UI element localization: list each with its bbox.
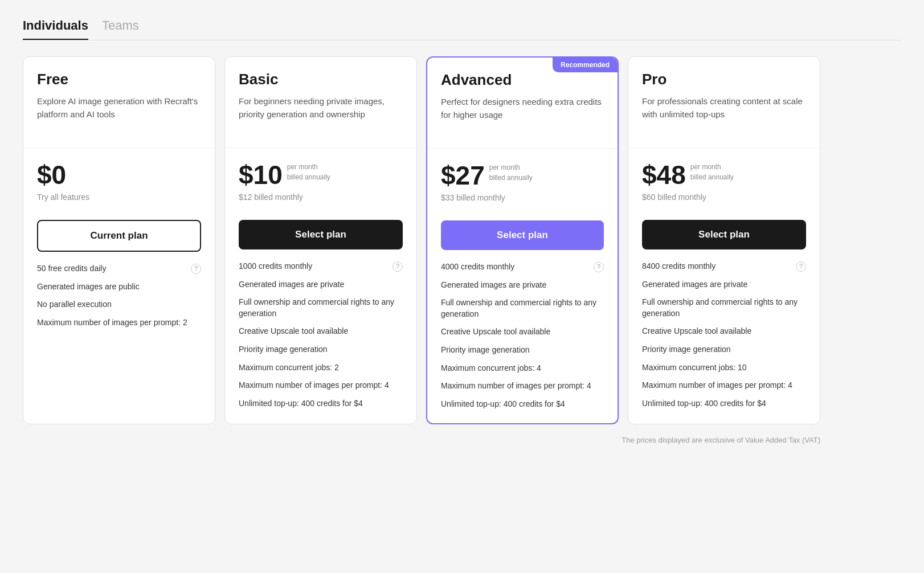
feature-item: Creative Upscale tool available [239,326,403,337]
feature-item: Priority image generation [642,344,806,355]
feature-item: Priority image generation [239,344,403,355]
plan-pricing: $48 per month billed annually $60 billed… [628,148,820,211]
vat-note: The prices displayed are exclusive of Va… [23,436,820,444]
price-meta: per month billed annually [489,162,533,185]
price-row: $10 per month billed annually [239,162,403,188]
feature-item: Priority image generation [441,345,604,356]
plan-header: Basic For beginners needing private imag… [225,57,416,148]
feature-item: Generated images are private [441,280,604,291]
feature-item: Maximum concurrent jobs: 10 [642,362,806,374]
feature-text: Maximum concurrent jobs: 4 [441,363,604,374]
feature-text: Maximum number of images per prompt: 2 [37,317,201,329]
price-meta-line1: per month [287,162,330,172]
help-icon[interactable]: ? [594,262,604,272]
feature-item: Unlimited top-up: 400 credits for $4 [642,398,806,410]
help-icon[interactable]: ? [796,261,806,272]
feature-text: 50 free credits daily [37,263,187,275]
select-plan-button[interactable]: Current plan [37,220,201,252]
feature-text: Full ownership and commercial rights to … [642,297,806,319]
plan-name: Basic [239,71,403,88]
feature-item: 1000 credits monthly ? [239,261,403,272]
feature-text: Priority image generation [642,344,806,355]
feature-text: Creative Upscale tool available [239,326,403,337]
feature-text: Maximum number of images per prompt: 4 [441,380,604,392]
feature-text: Full ownership and commercial rights to … [239,297,403,319]
feature-text: 8400 credits monthly [642,261,792,272]
features-list: 50 free credits daily ? Generated images… [37,263,201,328]
price-row: $27 per month billed annually [441,162,604,189]
tab-teams[interactable]: Teams [102,18,139,40]
feature-item: Generated images are private [239,279,403,290]
feature-item: 8400 credits monthly ? [642,261,806,272]
feature-item: Creative Upscale tool available [642,326,806,337]
feature-text: Maximum number of images per prompt: 4 [239,380,403,391]
plan-card-pro: Pro For professionals creating content a… [628,56,820,424]
monthly-note: Try all features [37,193,201,202]
monthly-note: $12 billed monthly [239,193,403,202]
feature-text: Maximum concurrent jobs: 10 [642,362,806,374]
feature-item: Maximum concurrent jobs: 4 [441,363,604,374]
plan-card-basic: Basic For beginners needing private imag… [224,56,417,424]
plan-header: Free Explore AI image generation with Re… [23,57,215,148]
feature-item: Maximum number of images per prompt: 4 [239,380,403,391]
feature-text: Generated images are public [37,281,201,293]
plan-card-free: Free Explore AI image generation with Re… [23,56,215,424]
select-plan-button[interactable]: Select plan [441,220,604,250]
feature-text: Generated images are private [441,280,604,291]
monthly-note: $33 billed monthly [441,193,604,202]
price-meta: per month billed annually [287,162,330,185]
feature-item: 4000 credits monthly ? [441,261,604,273]
feature-text: Generated images are private [239,279,403,290]
features-list: 1000 credits monthly ? Generated images … [239,261,403,409]
feature-item: Generated images are public [37,281,201,293]
plan-body: Select plan 8400 credits monthly ? Gener… [628,211,820,424]
price-meta-line2: billed annually [489,173,533,183]
feature-item: Generated images are private [642,279,806,290]
tab-individuals[interactable]: Individuals [23,18,88,40]
feature-item: 50 free credits daily ? [37,263,201,275]
feature-item: Full ownership and commercial rights to … [642,297,806,319]
select-plan-button[interactable]: Select plan [642,220,806,249]
price-amount: $0 [37,162,66,188]
feature-item: Unlimited top-up: 400 credits for $4 [441,399,604,410]
feature-text: Maximum number of images per prompt: 4 [642,380,806,391]
feature-text: Maximum concurrent jobs: 2 [239,362,403,374]
feature-item: Unlimited top-up: 400 credits for $4 [239,398,403,410]
feature-text: Unlimited top-up: 400 credits for $4 [441,399,604,410]
plan-pricing: $0 Try all features [23,148,215,211]
price-amount: $10 [239,162,283,188]
feature-item: Creative Upscale tool available [441,326,604,338]
feature-text: Priority image generation [441,345,604,356]
price-meta-line2: billed annually [287,172,330,182]
tabs-container: IndividualsTeams [23,18,901,40]
price-amount: $48 [642,162,686,188]
feature-text: 4000 credits monthly [441,261,590,273]
plan-description: Explore AI image generation with Recraft… [37,95,201,121]
feature-text: No parallel execution [37,299,201,310]
price-meta-line1: per month [489,162,533,173]
feature-text: Unlimited top-up: 400 credits for $4 [642,398,806,410]
plans-grid: Free Explore AI image generation with Re… [23,56,820,424]
feature-item: Maximum concurrent jobs: 2 [239,362,403,374]
help-icon[interactable]: ? [191,264,201,274]
plan-description: For beginners needing private images, pr… [239,95,403,121]
price-meta: per month billed annually [690,162,734,185]
feature-text: Creative Upscale tool available [441,326,604,338]
plan-name: Pro [642,71,806,88]
feature-text: Unlimited top-up: 400 credits for $4 [239,398,403,410]
plan-description: Perfect for designers needing extra cred… [441,96,604,121]
select-plan-button[interactable]: Select plan [239,220,403,249]
plan-pricing: $27 per month billed annually $33 billed… [427,149,618,211]
feature-text: Priority image generation [239,344,403,355]
help-icon[interactable]: ? [393,261,403,272]
plan-body: Current plan 50 free credits daily ? Gen… [23,211,215,424]
feature-item: Full ownership and commercial rights to … [441,297,604,320]
plan-body: Select plan 4000 credits monthly ? Gener… [427,211,618,423]
feature-item: No parallel execution [37,299,201,310]
feature-item: Full ownership and commercial rights to … [239,297,403,319]
feature-item: Maximum number of images per prompt: 2 [37,317,201,329]
feature-text: Generated images are private [642,279,806,290]
feature-text: Creative Upscale tool available [642,326,806,337]
price-row: $0 [37,162,201,188]
plan-body: Select plan 1000 credits monthly ? Gener… [225,211,416,424]
